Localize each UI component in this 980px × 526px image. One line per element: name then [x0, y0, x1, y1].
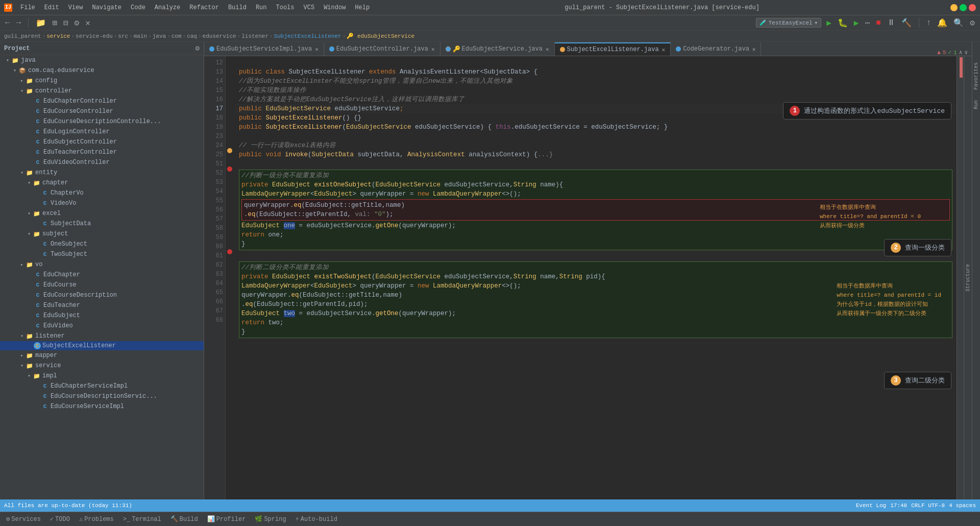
gutter-marker-53[interactable] [227, 166, 232, 172]
menu-analyze[interactable]: Analyze [151, 3, 184, 12]
spring-button[interactable]: 🌿 Spring [251, 514, 290, 524]
breadcrumb-listener[interactable]: listener [241, 33, 268, 39]
tree-item-chaptervo[interactable]: C ChapterVo [0, 188, 204, 198]
run-button[interactable]: ▶ [825, 17, 832, 29]
maximize-button[interactable]: □ [960, 4, 967, 11]
menu-help[interactable]: Help [351, 3, 374, 12]
more-run-options[interactable]: ⋯ [864, 17, 871, 29]
tree-item-edu-video-ctrl[interactable]: C EduVideoController [0, 157, 204, 168]
tree-item-educoursedesc[interactable]: C EduCourseDescription [0, 290, 204, 300]
status-indent[interactable]: 4 spaces [949, 503, 976, 509]
auto-build-button[interactable]: ⚡ Auto-build [291, 514, 341, 524]
menu-run[interactable]: Run [252, 3, 271, 12]
breadcrumb-eduservice[interactable]: eduservice [203, 33, 236, 39]
menu-code[interactable]: Code [127, 3, 150, 12]
stop-button[interactable]: ■ [875, 17, 882, 29]
problems-button[interactable]: ⚠ Problems [75, 514, 118, 524]
close-button[interactable]: ✕ [969, 4, 976, 11]
tree-item-chapter[interactable]: ▾ 📁 chapter [0, 178, 204, 188]
expand-arrow-excel[interactable]: ▾ [26, 210, 33, 217]
tab-edu-subject-controller[interactable]: EduSubjectController.java ✕ [324, 42, 440, 56]
expand-arrow-vo[interactable]: ▸ [18, 261, 26, 268]
git-update-icon[interactable]: ↑ [925, 17, 933, 29]
expand-arrow-listener[interactable]: ▾ [18, 333, 26, 339]
tab-subject-excel-listener[interactable]: SubjectExcelListener.java ✕ [555, 42, 671, 56]
debug-button[interactable]: 🐛 [837, 17, 849, 29]
breadcrumb-caq[interactable]: caq [187, 33, 197, 39]
build-button[interactable]: 🔨 [900, 17, 913, 29]
tree-item-impl[interactable]: ▾ 📁 impl [0, 371, 204, 381]
tree-item-subject[interactable]: ▾ 📁 subject [0, 229, 204, 239]
tree-item-vo[interactable]: ▸ 📁 vo [0, 259, 204, 270]
run-label[interactable]: Run [973, 100, 979, 109]
tree-item-com[interactable]: ▾ 📦 com.caq.eduservice [0, 65, 204, 76]
settings-gear-icon[interactable]: ⚙ [969, 17, 976, 29]
menu-refactor[interactable]: Refactor [185, 3, 223, 12]
expand-arrow-entity[interactable]: ▾ [18, 170, 26, 176]
expand-arrow-mapper[interactable]: ▸ [18, 352, 26, 358]
tab-code-generator[interactable]: CodeGenerator.java ✕ [671, 42, 761, 56]
config-dropdown-icon[interactable]: ▾ [815, 19, 818, 26]
collapse-icon[interactable]: ⊟ [62, 17, 69, 29]
tree-item-educhapterserviceimpl[interactable]: C EduChapterServiceImpl [0, 381, 204, 391]
menu-vcs[interactable]: VCS [300, 3, 319, 12]
tab-close-0[interactable]: ✕ [315, 46, 318, 53]
favorites-label[interactable]: Favorites [973, 62, 979, 90]
menu-window[interactable]: Window [320, 3, 350, 12]
tree-item-eduteacher[interactable]: C EduTeacher [0, 300, 204, 310]
gutter-marker-62[interactable] [227, 249, 232, 254]
terminal-button[interactable]: >_ Terminal [119, 515, 165, 524]
scroll-down-icon[interactable]: ∨ [964, 49, 968, 56]
tree-item-educourse[interactable]: C EduCourse [0, 280, 204, 290]
settings-icon[interactable]: ⚙ [74, 17, 81, 29]
tab-close-1[interactable]: ✕ [431, 46, 435, 53]
gutter-marker-25[interactable] [227, 148, 232, 153]
menu-build[interactable]: Build [224, 3, 251, 12]
tree-item-entity[interactable]: ▾ 📁 entity [0, 168, 204, 178]
pause-button[interactable]: ⏸ [886, 17, 896, 29]
tab-edu-subject-service-impl[interactable]: EduSubjectServiceImpl.java ✕ [204, 42, 324, 56]
tree-item-twosubject[interactable]: C TwoSubject [0, 249, 204, 259]
tree-item-eduvideo[interactable]: C EduVideo [0, 321, 204, 331]
tree-item-config[interactable]: ▸ 📁 config [0, 76, 204, 86]
tree-item-excel[interactable]: ▾ 📁 excel [0, 208, 204, 219]
tree-item-videovo[interactable]: C VideoVo [0, 198, 204, 208]
tab-close-2[interactable]: ✕ [546, 46, 549, 53]
tree-item-edu-course-ctrl[interactable]: C EduCourseController [0, 106, 204, 116]
tree-item-onesubject[interactable]: C OneSubject [0, 239, 204, 249]
expand-arrow-config[interactable]: ▸ [18, 78, 26, 84]
breadcrumb-com[interactable]: com [172, 33, 182, 39]
expand-arrow-service[interactable]: ▾ [18, 363, 26, 369]
run-config-selector[interactable]: 🧪 TestEasyExcel ▾ [756, 18, 821, 28]
expand-arrow-subject[interactable]: ▾ [26, 231, 33, 237]
notifications-icon[interactable]: 🔔 [936, 17, 948, 29]
build-button[interactable]: 🔨 Build [166, 514, 202, 524]
breadcrumb-service[interactable]: service [46, 33, 70, 39]
structure-label[interactable]: Structure [965, 264, 971, 292]
tree-item-educourseserviceimpl[interactable]: C EduCourseServiceImpl [0, 401, 204, 412]
tree-item-edu-chapter-ctrl[interactable]: C EduChapterController [0, 96, 204, 106]
right-gutter[interactable] [957, 56, 964, 499]
run-coverage-button[interactable]: ▶ [853, 17, 860, 29]
tab-close-4[interactable]: ✕ [752, 46, 756, 53]
event-log[interactable]: Event Log [856, 503, 886, 509]
menu-edit[interactable]: Edit [40, 3, 63, 12]
menu-bar[interactable]: File Edit View Navigate Code Analyze Ref… [16, 3, 374, 12]
menu-tools[interactable]: Tools [272, 3, 299, 12]
breadcrumb-field[interactable]: 🔑 eduSubjectService [347, 33, 414, 39]
tree-item-subjectdata[interactable]: C SubjectData [0, 219, 204, 229]
forward-button[interactable]: → [15, 17, 22, 29]
sidebar-settings-icon[interactable]: ⚙ [195, 44, 200, 53]
window-controls[interactable]: − □ ✕ [950, 4, 976, 11]
tree-item-edu-login-ctrl[interactable]: C EduLoginController [0, 127, 204, 137]
tree-item-java[interactable]: ▾ 📁 java [0, 55, 204, 65]
tree-item-edu-coursedesc-ctrl[interactable]: C EduCourseDescriptionControlle... [0, 116, 204, 127]
tree-item-subjectexcellistener[interactable]: C SubjectExcelListener [0, 341, 204, 350]
expand-icon[interactable]: ⊞ [51, 17, 58, 29]
expand-arrow-com[interactable]: ▾ [11, 67, 18, 74]
breadcrumb-project[interactable]: guli_parent [4, 33, 41, 39]
profiler-button[interactable]: 📊 Profiler [203, 514, 250, 524]
tree-item-edu-subject-ctrl[interactable]: C EduSubjectController [0, 137, 204, 147]
expand-arrow-impl[interactable]: ▾ [26, 373, 33, 379]
tree-item-service[interactable]: ▾ 📁 service [0, 361, 204, 371]
